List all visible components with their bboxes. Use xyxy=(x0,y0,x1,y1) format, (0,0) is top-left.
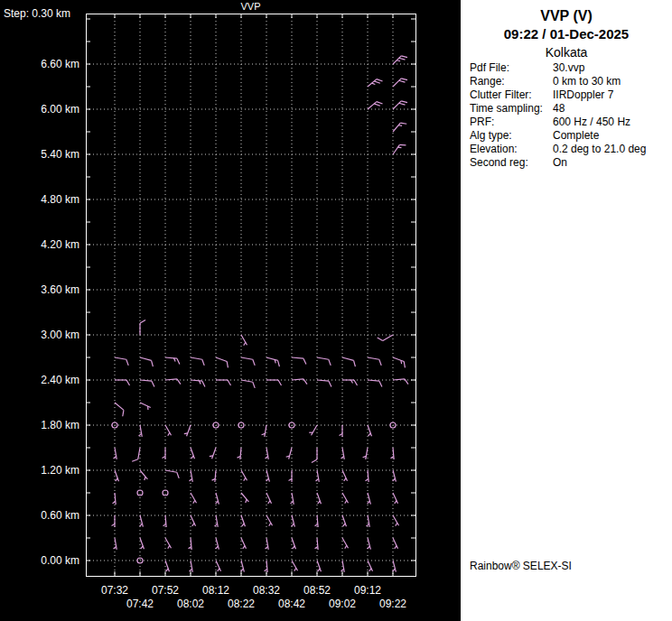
svg-text:1.80 km: 1.80 km xyxy=(41,419,79,431)
svg-text:4.80 km: 4.80 km xyxy=(41,193,79,206)
field-label: Range: xyxy=(470,75,505,88)
svg-text:08:12: 08:12 xyxy=(202,584,229,597)
field-label: PRF: xyxy=(470,116,494,128)
vendor-footer: Rainbow® SELEX-SI xyxy=(470,560,572,572)
svg-text:6.60 km: 6.60 km xyxy=(41,58,79,70)
svg-text:07:32: 07:32 xyxy=(101,584,128,597)
svg-text:4.20 km: 4.20 km xyxy=(41,238,79,251)
field-label: Pdf File: xyxy=(470,61,509,74)
field-label: Time sampling: xyxy=(470,102,543,115)
field-value: IIRDoppler 7 xyxy=(553,88,613,101)
chart-grid xyxy=(86,14,415,576)
wind-barbs xyxy=(112,56,408,572)
info-panel: VVP (V) 09:22 / 01-Dec-2025 Kolkata Pdf … xyxy=(461,0,672,621)
field-value: 30.vvp xyxy=(553,61,584,74)
field-time-sampling: Time sampling: 48 xyxy=(470,102,670,116)
svg-text:3.60 km: 3.60 km xyxy=(41,283,79,296)
svg-text:07:42: 07:42 xyxy=(126,598,154,610)
field-second-reg: Second reg: On xyxy=(470,156,670,170)
svg-text:08:02: 08:02 xyxy=(177,598,204,610)
svg-text:VVP: VVP xyxy=(240,1,260,12)
field-value: 600 Hz / 450 Hz xyxy=(553,116,630,128)
svg-text:6.00 km: 6.00 km xyxy=(41,103,79,116)
metadata-fields: Pdf File: 30.vvp Range: 0 km to 30 km Cl… xyxy=(470,61,670,170)
svg-text:09:22: 09:22 xyxy=(379,598,406,610)
chart-title: VVP xyxy=(240,1,260,12)
y-axis-labels: 0.00 km0.60 km1.20 km1.80 km2.40 km3.00 … xyxy=(41,58,79,567)
svg-text:07:52: 07:52 xyxy=(152,584,179,597)
field-range: Range: 0 km to 30 km xyxy=(470,75,670,88)
svg-text:5.40 km: 5.40 km xyxy=(41,148,79,161)
plot-border xyxy=(87,14,416,577)
scan-datetime: 09:22 / 01-Dec-2025 xyxy=(461,26,672,42)
field-label: Second reg: xyxy=(470,156,528,169)
panel-header: VVP (V) 09:22 / 01-Dec-2025 Kolkata xyxy=(461,0,672,60)
wind-profile-chart: VVPStep: 0.30 km0.00 km0.60 km1.20 km1.8… xyxy=(0,0,461,621)
svg-text:2.40 km: 2.40 km xyxy=(41,374,79,386)
field-alg-type: Alg type: Complete xyxy=(470,129,670,143)
field-clutter-filter: Clutter Filter: IIRDoppler 7 xyxy=(470,88,670,102)
field-label: Alg type: xyxy=(470,129,512,142)
field-value: 48 xyxy=(553,102,565,115)
field-pdf-file: Pdf File: 30.vvp xyxy=(470,61,670,75)
svg-text:08:22: 08:22 xyxy=(228,598,255,610)
svg-text:08:32: 08:32 xyxy=(253,584,280,597)
field-label: Elevation: xyxy=(470,143,518,155)
x-axis-labels: 07:3207:4207:5208:0208:1208:2208:3208:42… xyxy=(101,584,406,610)
svg-text:Step: 0.30 km: Step: 0.30 km xyxy=(4,7,70,20)
field-elevation: Elevation: 0.2 deg to 21.0 deg xyxy=(470,143,670,156)
field-value: Complete xyxy=(553,129,599,142)
field-label: Clutter Filter: xyxy=(470,88,532,101)
svg-text:0.60 km: 0.60 km xyxy=(41,509,79,522)
svg-text:1.20 km: 1.20 km xyxy=(41,464,79,477)
svg-text:09:02: 09:02 xyxy=(329,598,356,610)
svg-text:0.00 km: 0.00 km xyxy=(41,554,79,567)
product-title: VVP (V) xyxy=(461,0,672,24)
field-value: On xyxy=(553,156,567,169)
field-value: 0.2 deg to 21.0 deg xyxy=(553,143,646,155)
svg-text:08:52: 08:52 xyxy=(303,584,331,597)
field-value: 0 km to 30 km xyxy=(553,75,621,88)
step-label: Step: 0.30 km xyxy=(4,7,70,20)
svg-text:3.00 km: 3.00 km xyxy=(41,329,79,341)
svg-text:08:42: 08:42 xyxy=(278,598,305,610)
vvp-chart-canvas: VVPStep: 0.30 km0.00 km0.60 km1.20 km1.8… xyxy=(0,0,461,621)
site-name: Kolkata xyxy=(461,45,672,60)
svg-text:09:12: 09:12 xyxy=(354,584,381,597)
field-prf: PRF: 600 Hz / 450 Hz xyxy=(470,116,670,129)
axis-ticks xyxy=(86,14,415,576)
